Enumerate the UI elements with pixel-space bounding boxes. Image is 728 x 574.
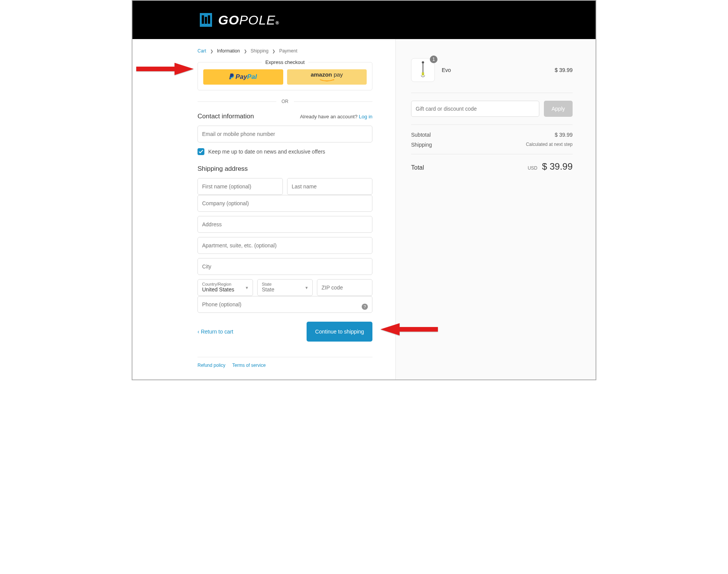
paypal-button[interactable]: PayPal (203, 69, 283, 85)
country-select[interactable]: Country/Region United States ▼ (198, 279, 253, 296)
chevron-right-icon: ❯ (210, 49, 213, 53)
breadcrumb-information: Information (217, 48, 240, 54)
chevron-left-icon: ‹ (198, 329, 199, 335)
refund-policy-link[interactable]: Refund policy (198, 363, 225, 368)
footer-links: Refund policy Terms of service (198, 357, 372, 368)
login-link[interactable]: Log in (359, 114, 372, 119)
newsletter-checkbox[interactable] (198, 148, 204, 155)
city-field[interactable] (198, 258, 372, 275)
login-prompt: Already have an account? Log in (300, 114, 372, 119)
total-value: $ 39.99 (542, 161, 573, 172)
quantity-badge: 1 (430, 56, 437, 63)
apply-discount-button[interactable]: Apply (544, 101, 573, 117)
discount-code-field[interactable] (411, 101, 539, 117)
shipping-label: Shipping (411, 142, 432, 148)
total-label: Total (411, 164, 424, 171)
paypal-logo: PayPal (229, 73, 257, 81)
contact-heading: Contact information (198, 113, 254, 120)
last-name-field[interactable] (287, 178, 372, 195)
breadcrumb-payment: Payment (279, 48, 297, 54)
main-panel: Cart ❯ Information ❯ Shipping ❯ Payment … (132, 39, 396, 379)
svg-rect-5 (423, 63, 424, 73)
breadcrumb-cart[interactable]: Cart (198, 48, 206, 54)
subtotal-label: Subtotal (411, 132, 431, 138)
product-name: Evo (442, 67, 548, 73)
logo-text: GOPOLE® (218, 13, 279, 28)
express-checkout-title: Express checkout (261, 59, 309, 65)
svg-rect-3 (208, 15, 210, 24)
chevron-right-icon: ❯ (272, 49, 275, 53)
express-checkout-box: Express checkout PayPal amazon pay (198, 62, 372, 90)
caret-down-icon: ▼ (305, 286, 309, 290)
phone-field[interactable] (198, 296, 372, 313)
shipping-heading: Shipping address (198, 165, 372, 173)
or-separator: OR (198, 99, 372, 104)
newsletter-label: Keep me up to date on news and exclusive… (208, 149, 325, 155)
breadcrumb-shipping: Shipping (251, 48, 269, 54)
continue-to-shipping-button[interactable]: Continue to shipping (307, 322, 372, 342)
first-name-field[interactable] (198, 178, 283, 195)
currency-label: USD (528, 165, 537, 171)
svg-rect-1 (202, 15, 204, 24)
company-field[interactable] (198, 195, 372, 212)
product-thumbnail: 1 (411, 58, 435, 82)
return-to-cart-link[interactable]: ‹ Return to cart (198, 329, 233, 335)
logo-icon (198, 11, 214, 28)
svg-rect-2 (205, 17, 207, 24)
breadcrumb: Cart ❯ Information ❯ Shipping ❯ Payment (198, 48, 372, 54)
terms-of-service-link[interactable]: Terms of service (232, 363, 266, 368)
shipping-value: Calculated at next step (526, 142, 573, 148)
state-select[interactable]: State State ▼ (257, 279, 313, 296)
address-field[interactable] (198, 216, 372, 233)
header: GOPOLE® (132, 1, 596, 39)
subtotal-value: $ 39.99 (555, 132, 573, 138)
logo[interactable]: GOPOLE® (198, 11, 596, 28)
caret-down-icon: ▼ (245, 286, 249, 290)
order-summary-panel: 1 Evo $ 39.99 Apply Subtotal $ 39.99 Shi… (396, 39, 596, 379)
email-field[interactable] (198, 126, 372, 142)
product-price: $ 39.99 (555, 67, 573, 73)
zip-field[interactable] (317, 279, 372, 296)
amazon-pay-button[interactable]: amazon pay (287, 69, 367, 85)
chevron-right-icon: ❯ (244, 49, 247, 53)
apartment-field[interactable] (198, 237, 372, 254)
help-icon[interactable]: ? (362, 304, 368, 310)
cart-item: 1 Evo $ 39.99 (411, 58, 573, 93)
svg-rect-6 (422, 72, 424, 75)
amazon-pay-logo: amazon pay (311, 71, 343, 83)
